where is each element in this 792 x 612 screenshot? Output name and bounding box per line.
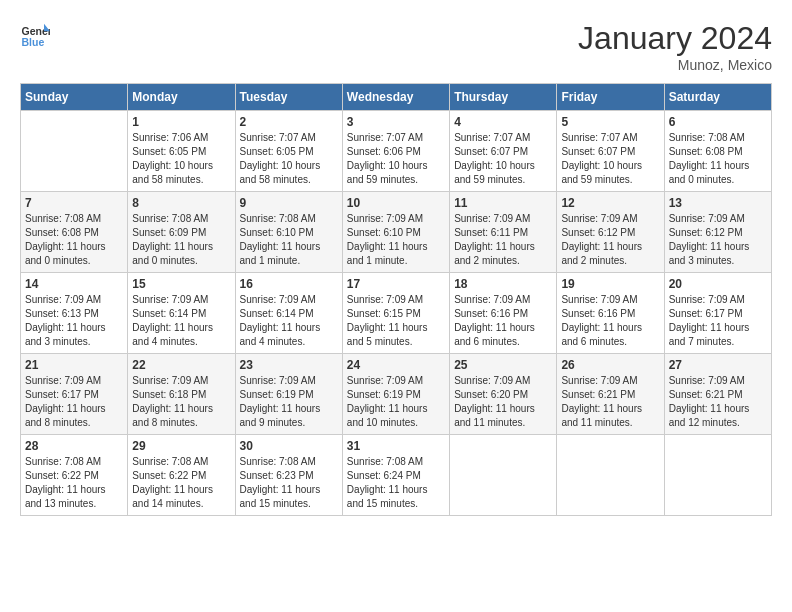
day-cell: 15Sunrise: 7:09 AM Sunset: 6:14 PM Dayli… xyxy=(128,273,235,354)
day-info: Sunrise: 7:09 AM Sunset: 6:19 PM Dayligh… xyxy=(347,374,445,430)
day-info: Sunrise: 7:07 AM Sunset: 6:07 PM Dayligh… xyxy=(561,131,659,187)
day-number: 6 xyxy=(669,115,767,129)
day-number: 2 xyxy=(240,115,338,129)
day-number: 29 xyxy=(132,439,230,453)
day-number: 3 xyxy=(347,115,445,129)
page-header: General Blue January 2024 Munoz, Mexico xyxy=(20,20,772,73)
day-number: 4 xyxy=(454,115,552,129)
week-row-4: 21Sunrise: 7:09 AM Sunset: 6:17 PM Dayli… xyxy=(21,354,772,435)
day-cell: 17Sunrise: 7:09 AM Sunset: 6:15 PM Dayli… xyxy=(342,273,449,354)
day-number: 9 xyxy=(240,196,338,210)
day-info: Sunrise: 7:09 AM Sunset: 6:12 PM Dayligh… xyxy=(669,212,767,268)
day-info: Sunrise: 7:07 AM Sunset: 6:07 PM Dayligh… xyxy=(454,131,552,187)
svg-text:Blue: Blue xyxy=(22,36,45,48)
day-info: Sunrise: 7:09 AM Sunset: 6:10 PM Dayligh… xyxy=(347,212,445,268)
calendar-table: SundayMondayTuesdayWednesdayThursdayFrid… xyxy=(20,83,772,516)
day-cell: 31Sunrise: 7:08 AM Sunset: 6:24 PM Dayli… xyxy=(342,435,449,516)
day-cell: 24Sunrise: 7:09 AM Sunset: 6:19 PM Dayli… xyxy=(342,354,449,435)
day-cell: 21Sunrise: 7:09 AM Sunset: 6:17 PM Dayli… xyxy=(21,354,128,435)
week-row-5: 28Sunrise: 7:08 AM Sunset: 6:22 PM Dayli… xyxy=(21,435,772,516)
day-cell xyxy=(664,435,771,516)
day-cell: 14Sunrise: 7:09 AM Sunset: 6:13 PM Dayli… xyxy=(21,273,128,354)
day-info: Sunrise: 7:09 AM Sunset: 6:21 PM Dayligh… xyxy=(669,374,767,430)
title-block: January 2024 Munoz, Mexico xyxy=(578,20,772,73)
day-cell: 16Sunrise: 7:09 AM Sunset: 6:14 PM Dayli… xyxy=(235,273,342,354)
day-cell: 7Sunrise: 7:08 AM Sunset: 6:08 PM Daylig… xyxy=(21,192,128,273)
day-info: Sunrise: 7:09 AM Sunset: 6:17 PM Dayligh… xyxy=(669,293,767,349)
day-number: 17 xyxy=(347,277,445,291)
day-cell: 3Sunrise: 7:07 AM Sunset: 6:06 PM Daylig… xyxy=(342,111,449,192)
day-number: 21 xyxy=(25,358,123,372)
week-row-1: 1Sunrise: 7:06 AM Sunset: 6:05 PM Daylig… xyxy=(21,111,772,192)
column-header-sunday: Sunday xyxy=(21,84,128,111)
day-number: 12 xyxy=(561,196,659,210)
day-number: 25 xyxy=(454,358,552,372)
column-headers: SundayMondayTuesdayWednesdayThursdayFrid… xyxy=(21,84,772,111)
logo: General Blue xyxy=(20,20,50,50)
day-number: 27 xyxy=(669,358,767,372)
day-cell: 20Sunrise: 7:09 AM Sunset: 6:17 PM Dayli… xyxy=(664,273,771,354)
day-cell: 18Sunrise: 7:09 AM Sunset: 6:16 PM Dayli… xyxy=(450,273,557,354)
column-header-friday: Friday xyxy=(557,84,664,111)
day-cell xyxy=(557,435,664,516)
day-number: 16 xyxy=(240,277,338,291)
day-info: Sunrise: 7:09 AM Sunset: 6:12 PM Dayligh… xyxy=(561,212,659,268)
day-info: Sunrise: 7:09 AM Sunset: 6:11 PM Dayligh… xyxy=(454,212,552,268)
day-info: Sunrise: 7:09 AM Sunset: 6:17 PM Dayligh… xyxy=(25,374,123,430)
day-number: 10 xyxy=(347,196,445,210)
day-info: Sunrise: 7:09 AM Sunset: 6:20 PM Dayligh… xyxy=(454,374,552,430)
day-info: Sunrise: 7:08 AM Sunset: 6:22 PM Dayligh… xyxy=(132,455,230,511)
day-info: Sunrise: 7:06 AM Sunset: 6:05 PM Dayligh… xyxy=(132,131,230,187)
day-cell: 26Sunrise: 7:09 AM Sunset: 6:21 PM Dayli… xyxy=(557,354,664,435)
day-cell: 9Sunrise: 7:08 AM Sunset: 6:10 PM Daylig… xyxy=(235,192,342,273)
day-cell: 19Sunrise: 7:09 AM Sunset: 6:16 PM Dayli… xyxy=(557,273,664,354)
day-cell xyxy=(21,111,128,192)
day-info: Sunrise: 7:08 AM Sunset: 6:22 PM Dayligh… xyxy=(25,455,123,511)
day-number: 5 xyxy=(561,115,659,129)
day-number: 13 xyxy=(669,196,767,210)
day-cell: 22Sunrise: 7:09 AM Sunset: 6:18 PM Dayli… xyxy=(128,354,235,435)
day-cell: 2Sunrise: 7:07 AM Sunset: 6:05 PM Daylig… xyxy=(235,111,342,192)
day-cell: 30Sunrise: 7:08 AM Sunset: 6:23 PM Dayli… xyxy=(235,435,342,516)
day-cell: 8Sunrise: 7:08 AM Sunset: 6:09 PM Daylig… xyxy=(128,192,235,273)
day-info: Sunrise: 7:09 AM Sunset: 6:21 PM Dayligh… xyxy=(561,374,659,430)
day-cell: 27Sunrise: 7:09 AM Sunset: 6:21 PM Dayli… xyxy=(664,354,771,435)
column-header-tuesday: Tuesday xyxy=(235,84,342,111)
day-number: 18 xyxy=(454,277,552,291)
day-number: 11 xyxy=(454,196,552,210)
day-info: Sunrise: 7:09 AM Sunset: 6:16 PM Dayligh… xyxy=(561,293,659,349)
day-number: 26 xyxy=(561,358,659,372)
day-number: 24 xyxy=(347,358,445,372)
column-header-wednesday: Wednesday xyxy=(342,84,449,111)
day-info: Sunrise: 7:09 AM Sunset: 6:13 PM Dayligh… xyxy=(25,293,123,349)
day-number: 8 xyxy=(132,196,230,210)
day-cell: 6Sunrise: 7:08 AM Sunset: 6:08 PM Daylig… xyxy=(664,111,771,192)
day-info: Sunrise: 7:07 AM Sunset: 6:05 PM Dayligh… xyxy=(240,131,338,187)
column-header-thursday: Thursday xyxy=(450,84,557,111)
day-info: Sunrise: 7:07 AM Sunset: 6:06 PM Dayligh… xyxy=(347,131,445,187)
day-number: 1 xyxy=(132,115,230,129)
day-info: Sunrise: 7:08 AM Sunset: 6:09 PM Dayligh… xyxy=(132,212,230,268)
day-info: Sunrise: 7:08 AM Sunset: 6:08 PM Dayligh… xyxy=(669,131,767,187)
day-cell: 29Sunrise: 7:08 AM Sunset: 6:22 PM Dayli… xyxy=(128,435,235,516)
day-cell: 28Sunrise: 7:08 AM Sunset: 6:22 PM Dayli… xyxy=(21,435,128,516)
day-info: Sunrise: 7:08 AM Sunset: 6:08 PM Dayligh… xyxy=(25,212,123,268)
day-number: 7 xyxy=(25,196,123,210)
day-info: Sunrise: 7:09 AM Sunset: 6:14 PM Dayligh… xyxy=(240,293,338,349)
day-cell: 11Sunrise: 7:09 AM Sunset: 6:11 PM Dayli… xyxy=(450,192,557,273)
day-cell: 12Sunrise: 7:09 AM Sunset: 6:12 PM Dayli… xyxy=(557,192,664,273)
day-info: Sunrise: 7:09 AM Sunset: 6:14 PM Dayligh… xyxy=(132,293,230,349)
day-cell: 4Sunrise: 7:07 AM Sunset: 6:07 PM Daylig… xyxy=(450,111,557,192)
location: Munoz, Mexico xyxy=(578,57,772,73)
day-number: 30 xyxy=(240,439,338,453)
week-row-3: 14Sunrise: 7:09 AM Sunset: 6:13 PM Dayli… xyxy=(21,273,772,354)
day-number: 19 xyxy=(561,277,659,291)
day-number: 14 xyxy=(25,277,123,291)
day-number: 31 xyxy=(347,439,445,453)
day-info: Sunrise: 7:09 AM Sunset: 6:15 PM Dayligh… xyxy=(347,293,445,349)
day-cell: 25Sunrise: 7:09 AM Sunset: 6:20 PM Dayli… xyxy=(450,354,557,435)
day-info: Sunrise: 7:09 AM Sunset: 6:16 PM Dayligh… xyxy=(454,293,552,349)
week-row-2: 7Sunrise: 7:08 AM Sunset: 6:08 PM Daylig… xyxy=(21,192,772,273)
day-number: 23 xyxy=(240,358,338,372)
logo-icon: General Blue xyxy=(20,20,50,50)
